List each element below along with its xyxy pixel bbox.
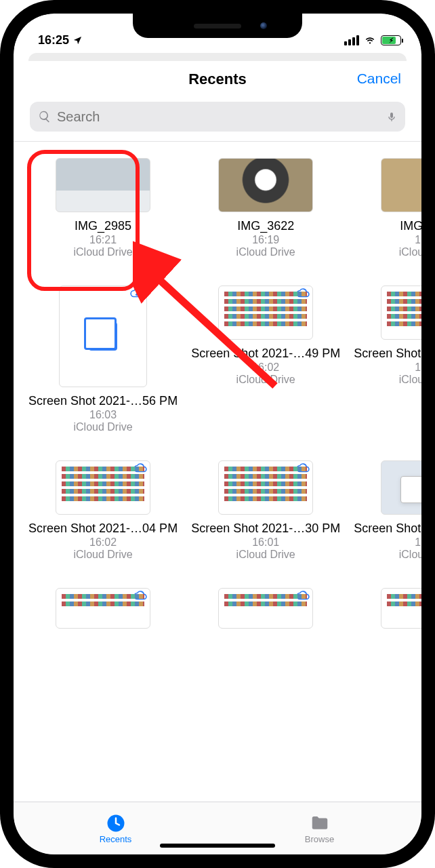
files-scroll[interactable]: IMG_2985 16:21 iCloud Drive IMG_3622 16:… (14, 142, 421, 802)
file-location: iCloud Drive (352, 246, 421, 258)
file-item[interactable] (27, 588, 179, 649)
file-thumbnail (56, 588, 150, 629)
parent-sheet-edge (28, 53, 407, 61)
svg-line-0 (145, 267, 275, 386)
home-indicator[interactable] (160, 844, 275, 848)
battery-icon: ⚡︎ (381, 35, 401, 45)
cellular-icon (344, 35, 359, 45)
clock-icon (106, 813, 126, 833)
file-thumbnail (381, 285, 421, 340)
folder-icon (309, 813, 331, 833)
tab-label: Recents (100, 834, 132, 844)
dictation-icon[interactable] (386, 109, 397, 124)
wifi-icon (363, 35, 377, 45)
file-location: iCloud Drive (352, 549, 421, 561)
file-thumbnail (56, 460, 150, 515)
file-time: 16:03 (27, 409, 179, 421)
modal-header: Recents Cancel (20, 61, 415, 95)
file-location: iCloud Drive (27, 421, 179, 433)
search-input[interactable] (57, 109, 381, 125)
file-thumbnail (218, 460, 313, 515)
file-time: 16:02 (27, 536, 179, 549)
document-stack-icon (89, 322, 117, 351)
file-item[interactable] (190, 588, 341, 649)
page-title: Recents (33, 71, 402, 88)
tab-label: Browse (305, 834, 334, 844)
file-name: Screen Shot 2021-…04 PM (27, 521, 179, 536)
cancel-button[interactable]: Cancel (357, 71, 401, 87)
file-location: iCloud Drive (27, 549, 179, 561)
file-thumbnail (381, 158, 421, 212)
search-field[interactable] (30, 102, 405, 132)
file-item[interactable] (352, 588, 421, 649)
location-arrow-icon (72, 35, 83, 45)
annotation-arrow-icon (133, 230, 295, 406)
file-item[interactable]: Screen Shot 2021-…04 PM 16:02 iCloud Dri… (27, 460, 179, 581)
file-item[interactable]: Screen Shot 2021-…29 PM 16:02 iCloud Dri… (352, 285, 421, 454)
file-thumbnail (381, 588, 421, 629)
status-time: 16:25 (38, 33, 69, 47)
file-name: Screen Shot 2021-…30 PM (190, 521, 341, 536)
file-location: iCloud Drive (352, 374, 421, 386)
file-item[interactable]: Screen Shot 2021-…30 PM 16:01 iCloud Dri… (190, 460, 341, 581)
file-thumbnail (218, 158, 313, 212)
file-location: iCloud Drive (190, 549, 341, 561)
file-thumbnail (381, 460, 421, 515)
file-name: Screen Shot 2021-…29 PM (352, 347, 421, 361)
file-item[interactable]: Screen Shot 2021-…52 PM 16:00 iCloud Dri… (352, 460, 421, 581)
file-time: 16:16 (352, 234, 421, 246)
file-name: IMG_4477 (352, 219, 421, 233)
file-time: 16:02 (352, 361, 421, 374)
file-thumbnail (218, 588, 313, 629)
file-time: 16:01 (190, 536, 341, 549)
file-time: 16:00 (352, 536, 421, 549)
file-name: Screen Shot 2021-…52 PM (352, 521, 421, 536)
file-item[interactable]: IMG_4477 16:16 iCloud Drive (352, 158, 421, 279)
file-thumbnail (56, 158, 150, 212)
search-icon (38, 110, 51, 123)
